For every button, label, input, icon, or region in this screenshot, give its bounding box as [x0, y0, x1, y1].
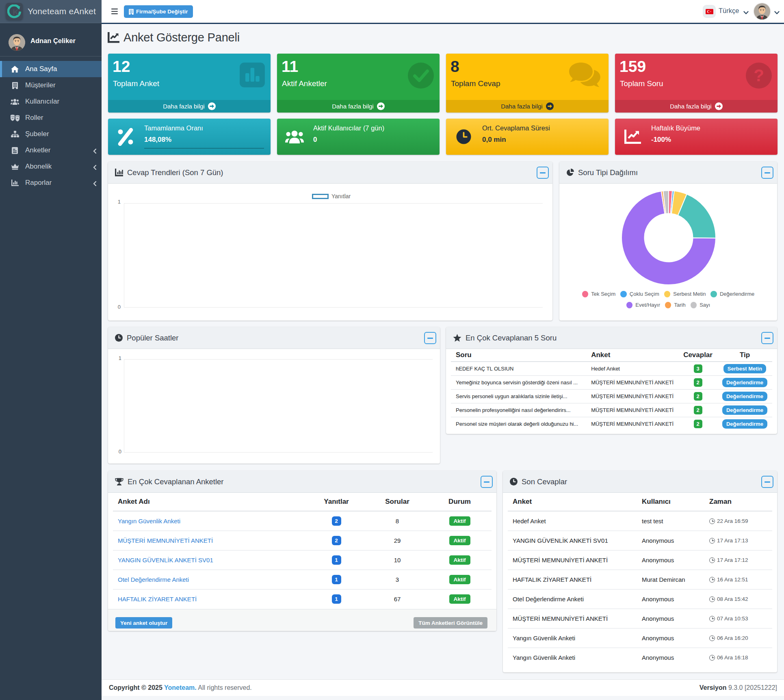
svg-text:K: K: [13, 7, 19, 17]
svg-text:?: ?: [754, 66, 764, 85]
